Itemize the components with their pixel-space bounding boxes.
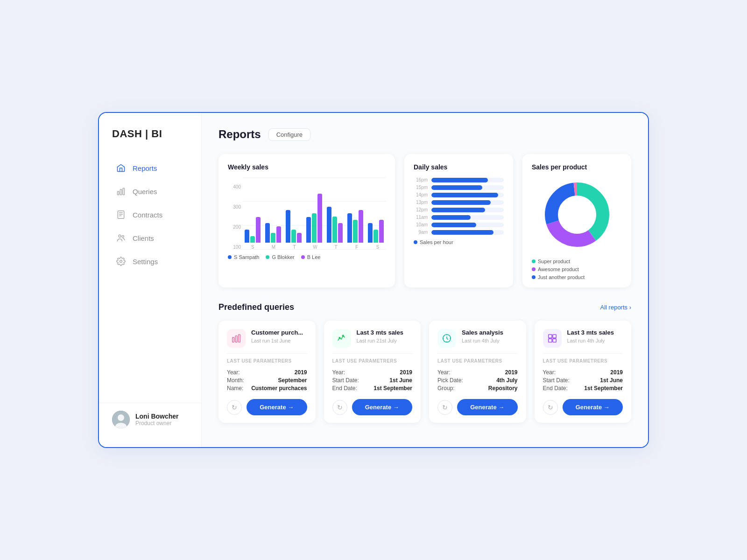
query-actions-1: ↻ Generate → <box>332 399 413 415</box>
param-enddate-3: End Date:1st September <box>543 385 623 392</box>
query-params-label-3: LAST USE PARAMETRERS <box>543 353 623 364</box>
sidebar-label-clients: Clients <box>133 234 154 242</box>
logo-dash: DASH <box>112 128 142 140</box>
legend-dot-blue <box>228 255 232 259</box>
weekly-sales-legend: S Sampath G Blokker B Lee <box>228 254 386 260</box>
query-card-1: Last 3 mts sales Last run 21st July LAST… <box>324 321 421 423</box>
legend-awesome-product: Awesome product <box>532 266 622 272</box>
generate-button-3[interactable]: Generate → <box>563 399 623 415</box>
hbar-13pm: 13pm <box>414 200 504 205</box>
bar-group-t2 <box>327 207 343 243</box>
query-lastrun-3: Last run 4th July <box>567 338 614 343</box>
daily-sales-title: Daily sales <box>414 163 504 171</box>
svg-point-4 <box>119 235 121 237</box>
bar-group-t <box>286 210 302 243</box>
section-header: Predefined queries All reports › <box>218 302 631 312</box>
svg-rect-2 <box>123 188 124 195</box>
bar-group-f <box>347 210 363 243</box>
svg-point-19 <box>342 335 344 336</box>
sidebar-nav: Reports Queries <box>99 157 201 395</box>
refresh-button-2[interactable]: ↻ <box>437 400 452 415</box>
bar-group-s2 <box>368 220 384 243</box>
query-card-0: Customer purch... Last run 1st June LAST… <box>218 321 316 423</box>
logo-bi: BI <box>151 128 162 140</box>
weekly-sales-chart <box>243 177 386 243</box>
svg-rect-3 <box>118 211 124 219</box>
donut-chart <box>540 177 614 252</box>
legend-dot-purple <box>301 255 305 259</box>
legend-just-another: Just another product <box>532 274 622 280</box>
daily-sales-legend: Sales per hour <box>414 239 504 245</box>
sidebar-item-contracts[interactable]: Contracts <box>103 203 197 226</box>
hbar-14pm: 14pm <box>414 192 504 197</box>
legend-g-blokker: G Blokker <box>266 254 294 260</box>
query-lastrun-1: Last run 21st July <box>357 338 403 343</box>
svg-point-8 <box>118 414 124 421</box>
svg-rect-17 <box>239 335 240 343</box>
legend-dot-just <box>532 275 536 279</box>
daily-sales-chart: 16pm 15pm 14pm 13pm <box>414 177 504 235</box>
legend-dot-teal <box>266 255 269 259</box>
query-card-2: Sales analysis Last run 4th July LAST US… <box>429 321 526 423</box>
query-icon-2 <box>437 329 456 348</box>
query-actions-0: ↻ Generate → <box>227 399 307 415</box>
param-year-2: Year:2019 <box>437 369 518 376</box>
daily-sales-card: Daily sales 16pm 15pm 14pm <box>404 154 513 287</box>
settings-icon <box>116 256 126 266</box>
weekly-sales-yaxis: 400 300 200 100 <box>228 184 241 250</box>
query-params-label-0: LAST USE PARAMETRERS <box>227 353 307 364</box>
hbar-12pm: 12pm <box>414 207 504 212</box>
svg-rect-0 <box>118 191 119 195</box>
weekly-sales-card: Weekly sales 400 300 200 100 <box>218 154 395 287</box>
query-icon-0 <box>227 329 246 348</box>
sidebar-item-clients[interactable]: Clients <box>103 227 197 249</box>
configure-button[interactable]: Configure <box>268 128 310 141</box>
refresh-button-0[interactable]: ↻ <box>227 400 242 415</box>
param-group-2: Group:Repository <box>437 385 518 392</box>
generate-button-1[interactable]: Generate → <box>352 399 413 415</box>
query-lastrun-0: Last run 1st June <box>251 338 303 343</box>
svg-rect-23 <box>548 339 551 342</box>
query-name-2: Sales analysis <box>462 329 503 337</box>
refresh-button-3[interactable]: ↻ <box>543 400 558 415</box>
svg-rect-16 <box>235 336 237 343</box>
generate-button-2[interactable]: Generate → <box>457 399 518 415</box>
query-actions-2: ↻ Generate → <box>437 399 518 415</box>
main-header: Reports Configure <box>218 128 631 141</box>
donut-container: Super product Awesome product Just anoth… <box>532 177 622 280</box>
sidebar-label-settings: Settings <box>133 258 158 266</box>
bar-group-s <box>245 217 261 243</box>
svg-rect-22 <box>552 335 556 338</box>
query-name-3: Last 3 mts sales <box>567 329 614 337</box>
query-params-2: Year:2019 Pick Date:4th July Group:Repos… <box>437 369 518 392</box>
generate-button-0[interactable]: Generate → <box>247 399 307 415</box>
app-frame: DASH | BI Reports <box>98 112 649 448</box>
sidebar-label-queries: Queries <box>133 188 157 196</box>
sidebar-item-queries[interactable]: Queries <box>103 180 197 203</box>
hbar-16pm: 16pm <box>414 177 504 182</box>
all-reports-link[interactable]: All reports › <box>600 304 631 311</box>
user-name: Loni Bowcher <box>135 413 179 420</box>
query-params-label-2: LAST USE PARAMETRERS <box>437 353 518 364</box>
svg-point-14 <box>558 196 596 233</box>
bar-group-w <box>306 194 322 243</box>
queries-grid: Customer purch... Last run 1st June LAST… <box>218 321 631 423</box>
legend-super-product: Super product <box>532 259 622 264</box>
bar-group-m <box>265 223 281 243</box>
section-title: Predefined queries <box>218 302 294 312</box>
sidebar-item-settings[interactable]: Settings <box>103 250 197 273</box>
refresh-button-1[interactable]: ↻ <box>332 400 347 415</box>
param-year-1: Year:2019 <box>332 369 413 376</box>
legend-s-sampath: S Sampath <box>228 254 259 260</box>
query-card-3: Last 3 mts sales Last run 4th July LAST … <box>535 321 632 423</box>
hbar-15pm: 15pm <box>414 185 504 190</box>
logo: DASH | BI <box>99 128 201 157</box>
weekly-sales-xaxis: S M T W T F S <box>243 245 386 250</box>
svg-rect-21 <box>548 335 551 338</box>
param-year-3: Year:2019 <box>543 369 623 376</box>
clients-icon <box>116 233 126 243</box>
hbar-10am: 10am <box>414 222 504 227</box>
weekly-sales-title: Weekly sales <box>228 163 386 171</box>
sidebar-item-reports[interactable]: Reports <box>103 157 197 179</box>
query-icon-1 <box>332 329 351 348</box>
